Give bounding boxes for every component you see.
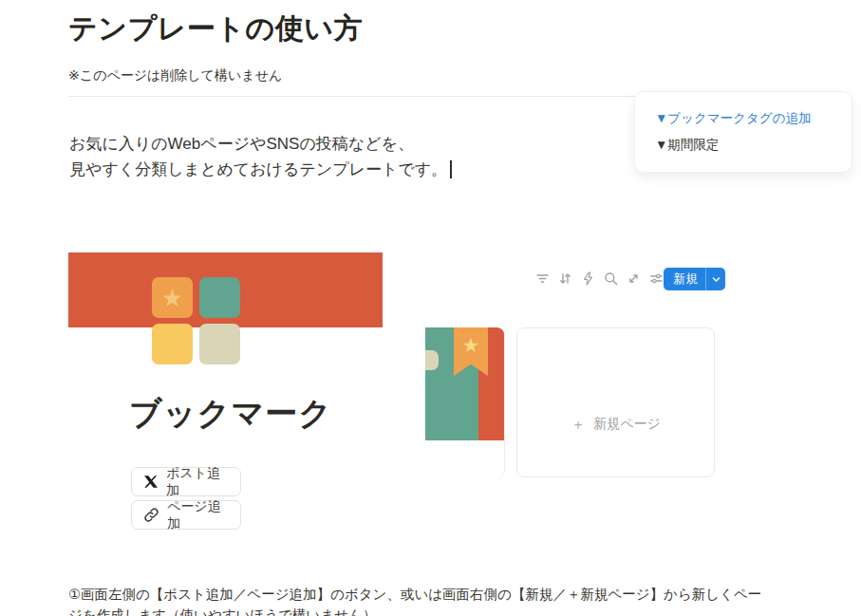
intro-line-1: お気に入りのWebページやSNSの投稿などを、	[69, 131, 452, 157]
x-logo-icon	[144, 476, 158, 488]
add-page-button[interactable]: ページ追加	[131, 500, 241, 530]
preview-page-title: ブックマーク	[129, 392, 332, 436]
page-note: ※このページは削除して構いません	[68, 67, 282, 84]
new-page-label: 新規ページ	[593, 416, 661, 433]
book-tab	[425, 350, 439, 370]
instructions-line-1: ①画面左側の【ポスト追加／ページ追加】のボタン、或いは画面右側の【新規／＋新規ペ…	[68, 585, 839, 606]
bookmark-ribbon-icon: ★	[454, 327, 488, 376]
new-button-label[interactable]: 新規	[664, 268, 705, 290]
cover-square-orange: ★	[152, 277, 193, 318]
filter-icon[interactable]	[534, 271, 550, 286]
toc-panel: ▼ブックマークタグの追加 ▼期間限定	[634, 91, 852, 173]
instructions-line-2: ジを作成します（使いやすいほうで構いません）	[68, 606, 839, 616]
star-icon: ★	[161, 286, 183, 310]
text-caret	[450, 160, 452, 178]
sliders-icon[interactable]	[648, 271, 664, 286]
book-cover-image: ★	[425, 327, 505, 440]
add-page-label: ページ追加	[167, 498, 228, 532]
cover-square-yellow	[152, 324, 193, 364]
expand-icon[interactable]	[626, 271, 641, 286]
sort-icon[interactable]	[557, 271, 572, 286]
page-title: テンプレートの使い方	[68, 9, 363, 48]
cover-square-teal	[199, 277, 240, 318]
gallery-card-bookmark[interactable]: ★	[425, 327, 505, 477]
add-post-button[interactable]: ポスト追加	[131, 467, 241, 496]
add-post-label: ポスト追加	[166, 465, 228, 499]
star-icon: ★	[462, 335, 480, 355]
chevron-down-icon[interactable]	[705, 268, 725, 290]
cover-image: ★	[68, 252, 383, 366]
cover-square-beige	[199, 324, 240, 364]
intro-paragraph[interactable]: お気に入りのWebページやSNSの投稿などを、 見やすく分類しまとめておけるテン…	[69, 131, 452, 182]
search-icon[interactable]	[603, 271, 618, 286]
new-button[interactable]: 新規	[664, 268, 725, 290]
lightning-icon[interactable]	[580, 271, 595, 286]
intro-line-2: 見やすく分類しまとめておけるテンプレートです。	[69, 157, 452, 182]
toc-item-bookmark-tags[interactable]: ▼ブックマークタグの追加	[655, 111, 852, 126]
instructions-text: ①画面左側の【ポスト追加／ページ追加】のボタン、或いは画面右側の【新規／＋新規ペ…	[68, 585, 839, 616]
gallery-toolbar	[534, 271, 664, 286]
toc-item-limited-time[interactable]: ▼期間限定	[655, 138, 852, 153]
link-icon	[144, 508, 159, 522]
plus-icon: ＋	[571, 416, 585, 434]
new-page-card[interactable]: ＋ 新規ページ	[516, 327, 715, 477]
